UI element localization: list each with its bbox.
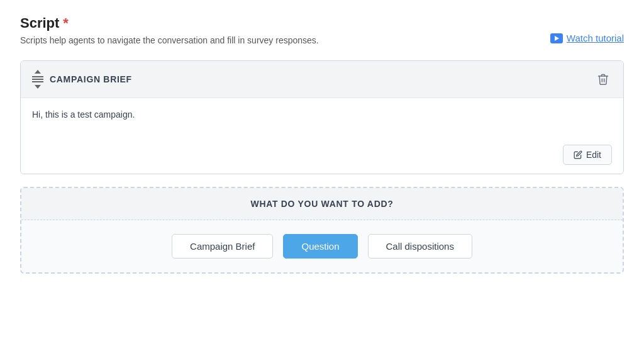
watch-tutorial-link[interactable]: Watch tutorial <box>550 33 624 43</box>
trash-icon <box>597 73 609 86</box>
add-section-title: WHAT DO YOU WANT TO ADD? <box>250 199 393 209</box>
delete-block-button[interactable] <box>594 70 612 88</box>
script-content-text: Hi, this is a test campaign. <box>32 109 612 135</box>
drag-lines <box>32 76 43 82</box>
page-subtitle: Scripts help agents to navigate the conv… <box>20 35 319 45</box>
drag-line <box>32 76 43 77</box>
title-text: Script <box>20 15 59 31</box>
page-header: Script * Scripts help agents to navigate… <box>20 15 624 45</box>
script-block-title-area: CAMPAIGN BRIEF <box>32 70 132 89</box>
page-title: Script * <box>20 15 319 31</box>
drag-arrow-up <box>35 70 41 74</box>
watch-tutorial-label: Watch tutorial <box>567 33 624 43</box>
page-title-area: Script * Scripts help agents to navigate… <box>20 15 319 45</box>
edit-button-label: Edit <box>586 150 601 160</box>
drag-arrow-down <box>35 85 41 89</box>
script-block-title: CAMPAIGN BRIEF <box>50 74 132 84</box>
add-question-button[interactable]: Question <box>283 234 357 259</box>
add-campaign-brief-button[interactable]: Campaign Brief <box>172 234 273 259</box>
script-block-header: CAMPAIGN BRIEF <box>21 61 623 98</box>
script-block-body: Hi, this is a test campaign. Edit <box>21 98 623 174</box>
edit-icon <box>574 150 582 159</box>
video-icon <box>550 33 563 43</box>
edit-btn-row: Edit <box>32 145 612 165</box>
drag-line <box>32 81 43 82</box>
script-block: CAMPAIGN BRIEF Hi, this is a test campai… <box>20 60 624 174</box>
add-section: WHAT DO YOU WANT TO ADD? Campaign Brief … <box>20 187 624 274</box>
edit-button[interactable]: Edit <box>563 145 612 165</box>
add-call-dispositions-button[interactable]: Call dispositions <box>368 234 472 259</box>
required-star: * <box>63 15 69 31</box>
drag-line <box>32 79 43 80</box>
drag-handle-icon[interactable] <box>32 70 43 89</box>
add-section-buttons: Campaign Brief Question Call disposition… <box>21 220 623 272</box>
add-section-header: WHAT DO YOU WANT TO ADD? <box>21 188 623 220</box>
